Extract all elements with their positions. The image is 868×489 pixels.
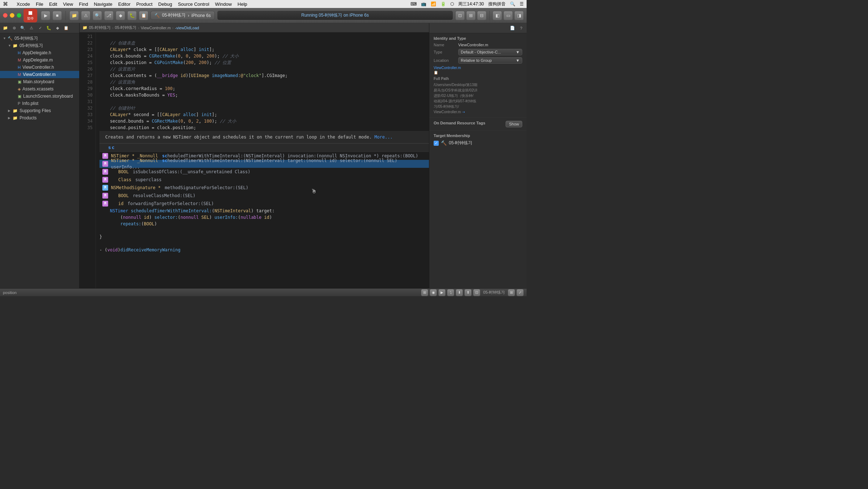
breadcrumb-item-4[interactable]: -viewDidLoad: [175, 26, 199, 30]
hide-navigator-btn[interactable]: ◧: [493, 11, 502, 20]
tree-item-supporting[interactable]: ▶ 📁 Supporting Files: [0, 107, 79, 114]
autocomplete-item[interactable]: M Class superclass: [99, 176, 429, 184]
tree-item-appdelegate-h[interactable]: H AppDelegate.h: [0, 49, 79, 56]
report-icon[interactable]: 📋: [139, 11, 148, 20]
nav-debug-btn[interactable]: 🐛: [45, 24, 53, 32]
code-content[interactable]: // 创建表盘 CALayer* clock = [[CALayer alloc…: [96, 33, 429, 288]
menu-product[interactable]: Product: [136, 1, 153, 7]
menu-view[interactable]: View: [63, 1, 73, 7]
pause-button[interactable]: ⏹ 暂停: [24, 9, 37, 22]
inspector-type-dropdown[interactable]: Default - Objective-C... ▼: [458, 49, 522, 55]
target-checkbox[interactable]: ✓: [434, 141, 439, 146]
autocomplete-item[interactable]: M NSMethodSignature * methodSignatureFor…: [99, 184, 429, 192]
nav-report-btn[interactable]: 📋: [62, 24, 70, 32]
menubar-sougou[interactable]: 搜狗拼音: [488, 1, 506, 7]
editor-standard-btn[interactable]: ⊡: [455, 11, 465, 20]
nav-test-btn[interactable]: ✓: [36, 24, 44, 32]
breadcrumb-item-1[interactable]: 05-时钟练习: [89, 25, 111, 30]
autocomplete-item-selected[interactable]: M NSTimer * _Nonnull scheduledTimerWithT…: [99, 160, 429, 168]
file-icon: ◈: [18, 87, 21, 92]
nav-file-btn[interactable]: 📁: [1, 24, 9, 32]
inspector-location-dropdown[interactable]: Relative to Group ▼: [458, 57, 522, 64]
git-icon[interactable]: ⎇: [104, 11, 114, 20]
tree-item-launchscreen[interactable]: ▣ LaunchScreen.storyboard: [0, 93, 79, 100]
navigator-toggle[interactable]: 📁: [69, 11, 79, 20]
menu-xcode[interactable]: Xcode: [17, 1, 30, 7]
menu-find[interactable]: Find: [79, 1, 88, 7]
statusbar-grid-btn[interactable]: ⊞: [421, 289, 428, 296]
editor-version-btn[interactable]: ⊟: [477, 11, 486, 20]
statusbar-stepout-btn[interactable]: ⬆: [464, 289, 472, 296]
menu-window[interactable]: Window: [215, 1, 232, 7]
minimize-button[interactable]: [10, 13, 14, 18]
autocomplete-item[interactable]: M id forwardingTargetForSelector:(SEL): [99, 200, 429, 208]
statusbar-frame-btn[interactable]: ⊡: [473, 289, 480, 296]
tree-item-subproject[interactable]: ▼ 📁 05-时钟练习: [0, 42, 79, 49]
copy-icon[interactable]: 📋: [434, 71, 438, 75]
menu-navigate[interactable]: Navigate: [94, 1, 112, 7]
inspector-type-label: Type: [434, 50, 455, 54]
menu-debug[interactable]: Debug: [158, 1, 172, 7]
stop-button[interactable]: ■: [52, 11, 62, 20]
menubar-search-icon[interactable]: 🔍: [510, 1, 515, 7]
nav-search-btn[interactable]: 🔍: [19, 24, 27, 32]
nav-warning-btn[interactable]: ⚠: [27, 24, 35, 32]
code-line: clock.bounds = CGRectMake(0, 0, 200, 200…: [99, 53, 429, 59]
code-line: clock.masksToBounds = YES;: [99, 92, 429, 98]
nav-symbol-btn[interactable]: ⊛: [10, 24, 18, 32]
nav-breakpoint-btn[interactable]: ◆: [54, 24, 61, 32]
menu-editor[interactable]: Editor: [118, 1, 131, 7]
debug-icon[interactable]: 🐛: [127, 11, 137, 20]
statusbar-play-btn[interactable]: ▶: [438, 289, 446, 296]
close-button[interactable]: [3, 13, 8, 18]
statusbar-step-btn[interactable]: ⤵: [447, 289, 454, 296]
editor-assistant-btn[interactable]: ⊞: [466, 11, 476, 20]
menu-help[interactable]: Help: [238, 1, 247, 7]
code-line: repeats:(BOOL): [99, 221, 429, 227]
tree-item-viewcontroller-m[interactable]: M ViewController.m: [0, 71, 79, 78]
search-btn[interactable]: 🔍: [93, 11, 102, 20]
statusbar: position ⊞ ◉ ▶ ⤵ ⬇ ⬆ ⊡ 05-时钟练习 ⊞ ⤢: [0, 288, 527, 296]
breadcrumb-item-2[interactable]: 05-时钟练习: [115, 25, 137, 30]
run-button[interactable]: ▶: [41, 11, 50, 20]
autocomplete-more-link[interactable]: More...: [374, 135, 393, 140]
menubar-menu-icon[interactable]: ☰: [520, 1, 524, 7]
code-line: [99, 33, 429, 40]
breadcrumb-icon: 📁: [82, 25, 88, 30]
breadcrumb-item-3[interactable]: ViewController.m: [141, 26, 171, 30]
menu-edit[interactable]: Edit: [49, 1, 57, 7]
file-icon: M: [18, 72, 21, 77]
statusbar-debug-btn[interactable]: ◉: [430, 289, 437, 296]
statusbar-stepinto-btn[interactable]: ⬇: [456, 289, 463, 296]
tree-item-appdelegate-m[interactable]: M AppDelegate.m: [0, 56, 79, 64]
tree-item-info-plist[interactable]: P Info.plist: [0, 100, 79, 107]
running-indicator: Running 05-时钟练习 on iPhone 6s: [217, 10, 453, 20]
menu-source-control[interactable]: Source Control: [178, 1, 209, 7]
scheme-selector[interactable]: 🔨 05-时钟练习 › iPhone 6s: [150, 11, 215, 20]
autocomplete-item[interactable]: M BOOL resolveClassMethod:(SEL): [99, 192, 429, 200]
inspector-quick-help-btn[interactable]: ?: [517, 24, 525, 32]
menu-file[interactable]: File: [36, 1, 43, 7]
tree-item-root[interactable]: ▼ 🔨 05-时钟练习: [0, 35, 79, 42]
apple-menu[interactable]: ⌘: [3, 1, 8, 7]
maximize-button[interactable]: [17, 13, 21, 18]
code-line: clock.position = CGPointMake(200, 200); …: [99, 59, 429, 66]
hide-inspector-btn[interactable]: ◨: [514, 11, 524, 20]
tree-item-main-storyboard[interactable]: ▣ Main.storyboard: [0, 78, 79, 85]
inspector-file-link[interactable]: ViewController.m: [434, 66, 522, 70]
tree-item-assets[interactable]: ◈ Assets.xcassets: [0, 85, 79, 93]
show-button[interactable]: Show: [506, 121, 522, 127]
breakpoint-icon[interactable]: ◆: [116, 11, 125, 20]
debug-area-btn[interactable]: ▭: [503, 11, 513, 20]
warning-icon[interactable]: ⚠: [81, 11, 90, 20]
tree-item-products[interactable]: ▶ 📁 Products: [0, 114, 79, 122]
dropdown-arrow-icon: ▼: [516, 58, 520, 63]
code-editor[interactable]: 21 22 23 24 25 26 27 28 29 30 31 32 33 3…: [80, 33, 429, 288]
tree-item-viewcontroller-h[interactable]: H ViewController.h: [0, 64, 79, 71]
code-line: clock.contents = (__bridge id)[UIImage i…: [99, 72, 429, 79]
statusbar-expand-btn[interactable]: ⊞: [508, 289, 515, 296]
statusbar-fullscreen-btn[interactable]: ⤢: [516, 289, 524, 296]
reveal-icon[interactable]: ⇢: [462, 110, 465, 114]
code-line: clock.cornerRadius = 100;: [99, 85, 429, 92]
inspector-file-btn[interactable]: 📄: [509, 24, 516, 32]
